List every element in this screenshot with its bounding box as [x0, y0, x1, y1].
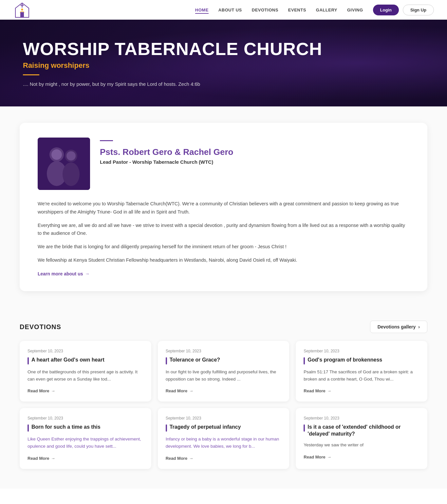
read-more-link[interactable]: Read More → — [166, 456, 193, 461]
read-more-arrow-icon: → — [327, 455, 331, 459]
devotion-card: September 10, 2023 Tragedy of perpetual … — [158, 408, 289, 469]
devotion-bar — [304, 424, 305, 432]
nav-devotions[interactable]: DEVOTIONS — [252, 8, 278, 12]
svg-point-13 — [66, 151, 76, 160]
devotion-title: Is it a case of 'extended' childhood or … — [307, 424, 419, 438]
learn-more-label: Learn more about us — [38, 271, 83, 276]
read-more-label: Read More — [28, 456, 49, 461]
read-more-arrow-icon: → — [189, 456, 193, 461]
svg-point-12 — [51, 149, 62, 160]
devotion-heading: God's program of brokenness — [304, 357, 419, 364]
pastor-photo — [38, 138, 90, 190]
devotions-header: DEVOTIONS Devotions gallery › — [20, 321, 427, 333]
pastor-info: Psts. Robert Gero & Rachel Gero Lead Pas… — [100, 138, 233, 165]
pastor-row: Psts. Robert Gero & Rachel Gero Lead Pas… — [38, 138, 409, 190]
nav-events[interactable]: EVENTS — [288, 8, 306, 12]
learn-more-link[interactable]: Learn more about us → — [38, 271, 409, 276]
devotion-title: A heart after God's own heart — [31, 357, 104, 364]
devotion-title: Born for such a time as this — [31, 424, 101, 431]
nav-giving[interactable]: GIVING — [347, 8, 363, 12]
svg-rect-2 — [20, 12, 24, 17]
login-button[interactable]: Login — [373, 5, 399, 15]
devotion-date: September 10, 2023 — [28, 349, 143, 353]
arrow-right-icon: → — [85, 271, 89, 276]
nav-auth: Login Sign Up — [373, 5, 434, 15]
read-more-label: Read More — [166, 456, 187, 461]
read-more-label: Read More — [166, 388, 187, 393]
devotions-section-title: DEVOTIONS — [20, 323, 61, 331]
devotion-date: September 10, 2023 — [28, 416, 143, 420]
devotion-bar — [28, 357, 29, 364]
devotion-heading: A heart after God's own heart — [28, 357, 143, 364]
read-more-link[interactable]: Read More → — [304, 455, 331, 459]
devotion-card: September 10, 2023 God's program of brok… — [296, 341, 427, 401]
devotion-date: September 10, 2023 — [166, 349, 282, 353]
hero-subtitle: Raising worshipers — [23, 61, 424, 70]
devotion-title: Tragedy of perpetual infancy — [170, 424, 241, 431]
read-more-link[interactable]: Read More → — [166, 388, 193, 393]
read-more-arrow-icon: → — [327, 388, 331, 393]
read-more-link[interactable]: Read More → — [28, 388, 55, 393]
devotion-date: September 10, 2023 — [166, 416, 282, 420]
pastor-role: Lead Pastor - Worship Tabernacle Church … — [100, 159, 233, 165]
devotion-heading: Born for such a time as this — [28, 424, 143, 432]
read-more-arrow-icon: → — [51, 456, 55, 461]
navigation: WORSHIP TABERNACLE HOME ABOUT US DEVOTIO… — [0, 0, 447, 20]
devotion-excerpt: Infancy or being a baby is a wonderful s… — [166, 436, 282, 450]
devotions-section: DEVOTIONS Devotions gallery › September … — [0, 308, 447, 488]
read-more-link[interactable]: Read More → — [28, 456, 55, 461]
hero-title: WORSHIP TABERNACLE CHURCH — [23, 39, 424, 59]
read-more-label: Read More — [304, 388, 325, 393]
signup-button[interactable]: Sign Up — [403, 5, 434, 15]
about-section: Psts. Robert Gero & Rachel Gero Lead Pas… — [0, 106, 447, 308]
devotion-bar — [166, 424, 167, 432]
devotion-date: September 10, 2023 — [304, 416, 419, 420]
devotion-title: God's program of brokenness — [307, 357, 382, 364]
svg-rect-7 — [38, 138, 90, 190]
nav-gallery[interactable]: GALLERY — [316, 8, 337, 12]
devotion-heading: Is it a case of 'extended' childhood or … — [304, 424, 419, 438]
devotion-excerpt: One of the battlegrounds of this present… — [28, 368, 143, 383]
about-para-1: We're excited to welcome you to Worship … — [38, 200, 409, 216]
read-more-label: Read More — [304, 455, 325, 459]
devotion-bar — [166, 357, 167, 364]
devotion-bar — [304, 357, 305, 364]
devotion-date: September 10, 2023 — [304, 349, 419, 353]
devotion-bar — [28, 424, 29, 432]
chevron-right-icon: › — [418, 324, 420, 329]
about-para-4: We fellowship at Kenya Student Christian… — [38, 256, 409, 264]
logo[interactable]: WORSHIP TABERNACLE — [13, 1, 31, 19]
devotion-excerpt: Like Queen Esther enjoying the trappings… — [28, 436, 143, 450]
nav-about[interactable]: ABOUT US — [218, 8, 242, 12]
devotion-excerpt: Yesterday we saw the writer of — [304, 441, 419, 449]
devotions-grid: September 10, 2023 A heart after God's o… — [20, 341, 427, 469]
nav-links: HOME ABOUT US DEVOTIONS EVENTS GALLERY G… — [195, 7, 363, 13]
nav-home[interactable]: HOME — [195, 8, 209, 14]
devotion-card: September 10, 2023 A heart after God's o… — [20, 341, 151, 401]
read-more-link[interactable]: Read More → — [304, 388, 331, 393]
devotion-card: September 10, 2023 Born for such a time … — [20, 408, 151, 469]
read-more-label: Read More — [28, 388, 49, 393]
devotion-heading: Tolerance or Grace? — [166, 357, 282, 364]
hero-section: WORSHIP TABERNACLE CHURCH Raising worshi… — [0, 20, 447, 106]
hero-divider — [23, 74, 39, 75]
read-more-arrow-icon: → — [51, 388, 55, 393]
devotion-card: September 10, 2023 Tolerance or Grace? I… — [158, 341, 289, 401]
read-more-arrow-icon: → — [189, 388, 193, 393]
devotion-excerpt: Psalm 51:17 The sacrifices of God are a … — [304, 368, 419, 383]
devotion-card: September 10, 2023 Is it a case of 'exte… — [296, 408, 427, 469]
about-para-3: We are the bride that is longing for and… — [38, 243, 409, 251]
hero-content: WORSHIP TABERNACLE CHURCH Raising worshi… — [23, 39, 424, 87]
devotion-excerpt: In our fight to live godly fulfilling an… — [166, 368, 282, 383]
svg-point-5 — [21, 9, 23, 10]
pastor-name: Psts. Robert Gero & Rachel Gero — [100, 147, 233, 157]
about-para-2: Everything we are, all we do and all we … — [38, 221, 409, 237]
devotion-heading: Tragedy of perpetual infancy — [166, 424, 282, 432]
about-text: We're excited to welcome you to Worship … — [38, 200, 409, 269]
hero-verse: .... Not by might , nor by power, but by… — [23, 81, 424, 87]
about-card: Psts. Robert Gero & Rachel Gero Lead Pas… — [20, 123, 427, 291]
devotion-title: Tolerance or Grace? — [170, 357, 220, 364]
pastor-divider-line — [100, 140, 113, 141]
devotions-gallery-label: Devotions gallery — [378, 324, 416, 329]
devotions-gallery-button[interactable]: Devotions gallery › — [370, 321, 427, 333]
